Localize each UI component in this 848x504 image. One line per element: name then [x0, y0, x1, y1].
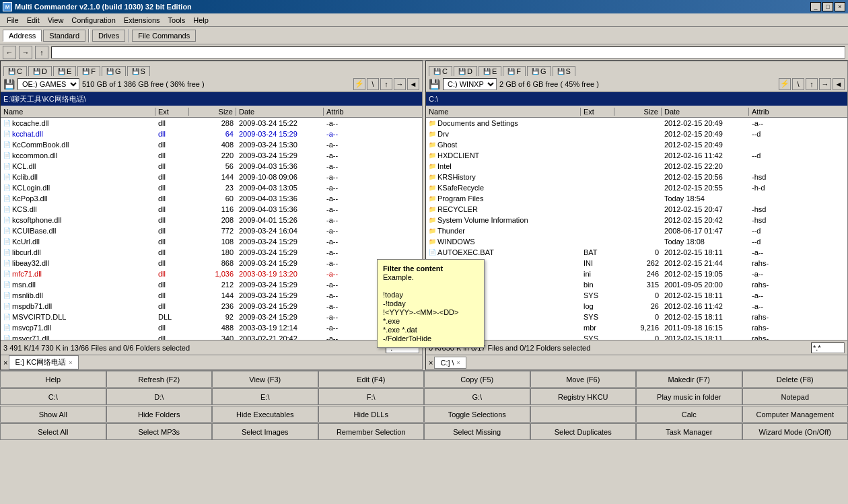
btn-row4-4[interactable]: Select Missing — [424, 423, 530, 440]
btn-row3-5[interactable] — [530, 406, 637, 423]
right-file-row[interactable]: 📄 ... ini 246 2012-02-15 19:05 -a-- — [426, 268, 847, 279]
btn-row4-2[interactable]: Select Images — [212, 423, 318, 440]
maximize-button[interactable]: □ — [822, 2, 833, 11]
btn-row3-1[interactable]: Hide Folders — [106, 406, 213, 423]
btn-row3-0[interactable]: Show All — [0, 406, 106, 423]
btn-row3-7[interactable]: Computer Management — [742, 406, 849, 423]
back-button[interactable]: ← — [3, 46, 16, 59]
left-file-row[interactable]: 📄 KCL.dll dll 56 2009-04-03 15:36 -a-- — [1, 161, 422, 172]
right-file-row[interactable]: 📁 HXDCLIENT 2012-02-16 11:42 --d — [426, 150, 847, 161]
left-col-attrib[interactable]: Attrib — [324, 108, 364, 116]
right-file-row[interactable]: 📄 ... mbr 9,216 2011-09-18 16:15 rahs- — [426, 322, 847, 333]
right-file-row[interactable]: 📁 KSafeRecycle 2012-02-15 20:55 -h-d — [426, 182, 847, 193]
minimize-button[interactable]: _ — [810, 2, 821, 11]
left-icon-forward[interactable]: → — [394, 78, 406, 90]
left-icon-up[interactable]: ↑ — [380, 78, 392, 90]
right-file-row[interactable]: 📁 KRSHistory 2012-02-15 20:56 -hsd — [426, 172, 847, 182]
left-file-row[interactable]: 📄 KCUIBase.dll dll 772 2009-03-24 16:04 … — [1, 225, 422, 236]
titlebar-controls[interactable]: _ □ × — [810, 2, 845, 11]
right-file-row[interactable]: 📁 Thunder 2008-06-17 01:47 --d — [426, 225, 847, 236]
btn-row2-1[interactable]: D:\ — [106, 388, 213, 405]
btn-row1-7[interactable]: Delete (F8) — [742, 371, 849, 388]
right-drive-e[interactable]: 💾E — [479, 66, 501, 76]
tab-address[interactable]: Address — [3, 30, 42, 42]
btn-row4-7[interactable]: Wizard Mode (On/Off) — [742, 423, 849, 440]
tab-standard[interactable]: Standard — [43, 30, 85, 42]
left-col-size[interactable]: Size — [189, 108, 236, 116]
menu-view[interactable]: View — [44, 15, 68, 26]
right-drive-s[interactable]: 💾S — [553, 66, 575, 76]
left-file-row[interactable]: 📄 KcUrl.dll dll 108 2009-03-24 15:29 -a-… — [1, 236, 422, 247]
btn-row2-0[interactable]: C:\ — [0, 388, 106, 405]
right-icon-forward[interactable]: → — [819, 78, 831, 90]
btn-row4-6[interactable]: Task Manager — [636, 423, 742, 440]
tab-file-commands[interactable]: File Commands — [132, 30, 196, 42]
forward-button[interactable]: → — [19, 46, 32, 59]
left-file-row[interactable]: 📄 KCS.dll dll 116 2009-04-03 15:36 -a-- — [1, 204, 422, 215]
left-file-row[interactable]: 📄 msn.dll dll 212 2009-03-24 15:29 -a-- — [1, 279, 422, 290]
right-drive-d[interactable]: 💾D — [454, 66, 477, 76]
menu-edit[interactable]: Edit — [23, 15, 44, 26]
right-drive-c[interactable]: 💾C — [429, 66, 452, 76]
menu-file[interactable]: File — [3, 15, 23, 26]
right-file-row[interactable]: 📁 Documents and Settings 2012-02-15 20:4… — [426, 118, 847, 129]
left-file-row[interactable]: 📄 libeay32.dll dll 868 2009-03-24 15:29 … — [1, 258, 422, 268]
right-file-row[interactable]: 📁 Ghost 2012-02-15 20:49 — [426, 139, 847, 150]
btn-row3-6[interactable]: Calc — [636, 406, 742, 423]
btn-row4-0[interactable]: Select All — [0, 423, 106, 440]
right-filter-input[interactable] — [811, 343, 845, 353]
left-icon-prev[interactable]: ◄ — [407, 78, 419, 90]
left-col-name[interactable]: Name — [1, 108, 155, 116]
left-file-row[interactable]: 📄 msnlib.dll dll 144 2009-03-24 15:29 -a… — [1, 290, 422, 301]
btn-row1-5[interactable]: Move (F6) — [530, 371, 637, 388]
right-file-row[interactable]: 📄 ... bin 315 2001-09-05 20:00 rahs- — [426, 279, 847, 290]
right-col-name[interactable]: Name — [426, 108, 581, 116]
right-icon-up[interactable]: ↑ — [806, 78, 818, 90]
right-drive-g[interactable]: 💾G — [527, 66, 551, 76]
right-file-row[interactable]: 📄 BOOT.INI INI 262 2012-02-15 21:44 rahs… — [426, 258, 847, 268]
tab-drives[interactable]: Drives — [92, 30, 125, 42]
btn-row3-4[interactable]: Toggle Selections — [424, 406, 530, 423]
left-file-row[interactable]: 📄 msvcp71.dll dll 488 2003-03-19 12:14 -… — [1, 322, 422, 333]
left-drive-d[interactable]: 💾D — [28, 66, 52, 76]
btn-row1-3[interactable]: Edit (F4) — [318, 371, 425, 388]
left-file-row[interactable]: 📄 kccommon.dll dll 220 2009-03-24 15:29 … — [1, 150, 422, 161]
left-icon-flash[interactable]: ⚡ — [353, 78, 365, 90]
left-file-row[interactable]: 📄 msvcr71.dll dll 340 2003-02-21 20:42 -… — [1, 333, 422, 340]
right-col-date[interactable]: Date — [662, 108, 749, 116]
left-file-row[interactable]: 📄 MSVCIRTD.DLL DLL 92 2009-03-24 15:29 -… — [1, 312, 422, 322]
menu-tools[interactable]: Tools — [164, 15, 190, 26]
left-file-row[interactable]: 📄 Kclib.dll dll 144 2009-10-08 09:06 -a-… — [1, 172, 422, 182]
btn-row1-0[interactable]: Help — [0, 371, 106, 388]
right-file-row[interactable]: 📁 System Volume Information 2012-02-15 2… — [426, 215, 847, 225]
right-file-row[interactable]: 📄 ... log 26 2012-02-16 11:42 -a-- — [426, 301, 847, 312]
btn-row4-5[interactable]: Select Duplicates — [530, 423, 637, 440]
btn-row2-3[interactable]: F:\ — [318, 388, 425, 405]
left-file-row[interactable]: 📄 kcsoftphone.dll dll 208 2009-04-01 15:… — [1, 215, 422, 225]
right-drive-f[interactable]: 💾F — [503, 66, 526, 76]
right-icon-backslash[interactable]: \ — [792, 78, 804, 90]
right-tab-close-icon[interactable]: × — [429, 359, 433, 367]
right-drive-select[interactable]: C:) WINXP — [443, 78, 497, 90]
btn-row3-2[interactable]: Hide Executables — [212, 406, 318, 423]
left-file-row[interactable]: 📄 KcCommBook.dll dll 408 2009-03-24 15:3… — [1, 139, 422, 150]
btn-row4-1[interactable]: Select MP3s — [106, 423, 213, 440]
left-drive-e[interactable]: 💾E — [53, 66, 76, 76]
left-col-ext[interactable]: Ext — [155, 108, 189, 116]
btn-row2-7[interactable]: Notepad — [742, 388, 849, 405]
btn-row2-4[interactable]: G:\ — [424, 388, 530, 405]
menu-help[interactable]: Help — [189, 15, 213, 26]
btn-row1-4[interactable]: Copy (F5) — [424, 371, 530, 388]
left-drive-g[interactable]: 💾G — [102, 66, 126, 76]
left-icon-backslash[interactable]: \ — [367, 78, 379, 90]
left-file-row[interactable]: 📄 mspdb71.dll dll 236 2009-03-24 15:29 -… — [1, 301, 422, 312]
left-drive-select[interactable]: OE:) GAMES — [17, 78, 79, 90]
right-file-row[interactable]: 📄 ... SYS 0 2012-02-15 18:11 -a-- — [426, 290, 847, 301]
btn-row1-1[interactable]: Refresh (F2) — [106, 371, 213, 388]
right-file-row[interactable]: 📄 AUTOEXEC.BAT BAT 0 2012-02-15 18:11 -a… — [426, 247, 847, 258]
left-file-row[interactable]: 📄 KCLogin.dll dll 23 2009-04-03 13:05 -a… — [1, 182, 422, 193]
menu-configuration[interactable]: Configuration — [67, 15, 119, 26]
address-input[interactable] — [51, 46, 845, 59]
left-file-row[interactable]: 📄 kccache.dll dll 288 2009-03-24 15:22 -… — [1, 118, 422, 129]
close-button[interactable]: × — [835, 2, 845, 11]
